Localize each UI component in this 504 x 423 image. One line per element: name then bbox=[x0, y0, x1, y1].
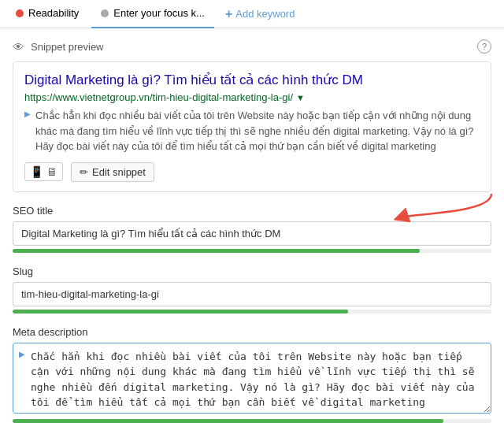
seo-title-label: SEO title bbox=[13, 205, 491, 217]
tab-readability[interactable]: Readability bbox=[6, 0, 88, 28]
add-keyword-label: Add keyword bbox=[235, 8, 295, 20]
slug-label: Slug bbox=[13, 265, 491, 277]
snippet-expand-icon: ▶ bbox=[24, 109, 31, 118]
focus-dot bbox=[101, 9, 109, 17]
meta-description-progress-bar bbox=[13, 419, 491, 423]
snippet-title: Digital Marketing là gì? Tìm hiểu tất cả… bbox=[24, 72, 480, 89]
seo-title-input-wrap bbox=[13, 221, 491, 246]
tab-focus-label: Enter your focus k... bbox=[113, 7, 205, 19]
snippet-actions: 📱 🖥 ✏ Edit snippet bbox=[24, 162, 480, 182]
device-icons[interactable]: 📱 🖥 bbox=[24, 162, 63, 181]
slug-input[interactable] bbox=[13, 282, 491, 306]
seo-title-section: SEO title bbox=[13, 205, 491, 253]
tab-bar: Readability Enter your focus k... + Add … bbox=[0, 0, 504, 28]
snippet-desc-row: ▶ Chắc hẳn khi đọc nhiều bài viết của tô… bbox=[24, 108, 480, 154]
seo-title-progress-fill bbox=[13, 249, 420, 253]
pencil-icon: ✏ bbox=[80, 166, 88, 178]
snippet-url: https://www.vietnetgroup.vn/tim-hieu-dig… bbox=[24, 91, 293, 103]
slug-progress-fill bbox=[13, 310, 348, 314]
snippet-box: Digital Marketing là gì? Tìm hiểu tất cả… bbox=[13, 61, 491, 192]
add-keyword-tab[interactable]: + Add keyword bbox=[217, 2, 303, 26]
mobile-icon[interactable]: 📱 bbox=[30, 165, 43, 178]
snippet-description: Chắc hẳn khi đọc nhiều bài viết của tôi … bbox=[35, 108, 480, 154]
main-content: 👁 Snippet preview ? Digital Marketing là… bbox=[0, 28, 504, 423]
snippet-preview-header: 👁 Snippet preview ? bbox=[13, 39, 491, 54]
meta-description-input[interactable]: Chắc hẳn khi đọc nhiều bài viết của tôi … bbox=[13, 343, 491, 414]
meta-description-section: Meta description ▶ Chắc hẳn khi đọc nhiề… bbox=[13, 326, 491, 423]
readability-dot bbox=[16, 9, 24, 17]
slug-progress-bar bbox=[13, 310, 491, 314]
seo-title-progress-bar bbox=[13, 249, 491, 253]
seo-title-input[interactable] bbox=[13, 221, 491, 246]
plus-icon: + bbox=[225, 7, 232, 21]
meta-expand-icon: ▶ bbox=[19, 350, 25, 358]
meta-description-label: Meta description bbox=[13, 326, 491, 338]
edit-snippet-label: Edit snippet bbox=[92, 166, 146, 178]
eye-icon: 👁 bbox=[13, 40, 24, 54]
help-label: ? bbox=[482, 42, 487, 51]
slug-section: Slug bbox=[13, 265, 491, 314]
meta-description-wrap: ▶ Chắc hẳn khi đọc nhiều bài viết của tô… bbox=[13, 343, 491, 416]
tab-readability-label: Readability bbox=[28, 7, 79, 19]
snippet-preview-label: Snippet preview bbox=[31, 41, 104, 53]
meta-description-progress-fill bbox=[13, 419, 443, 423]
monitor-icon[interactable]: 🖥 bbox=[46, 165, 57, 178]
edit-snippet-button[interactable]: ✏ Edit snippet bbox=[71, 162, 154, 182]
snippet-header-left: 👁 Snippet preview bbox=[13, 40, 104, 54]
snippet-url-row: https://www.vietnetgroup.vn/tim-hieu-dig… bbox=[24, 91, 480, 103]
help-icon[interactable]: ? bbox=[477, 39, 491, 54]
snippet-url-arrow-icon: ▼ bbox=[296, 93, 305, 102]
tab-focus[interactable]: Enter your focus k... bbox=[91, 0, 214, 28]
